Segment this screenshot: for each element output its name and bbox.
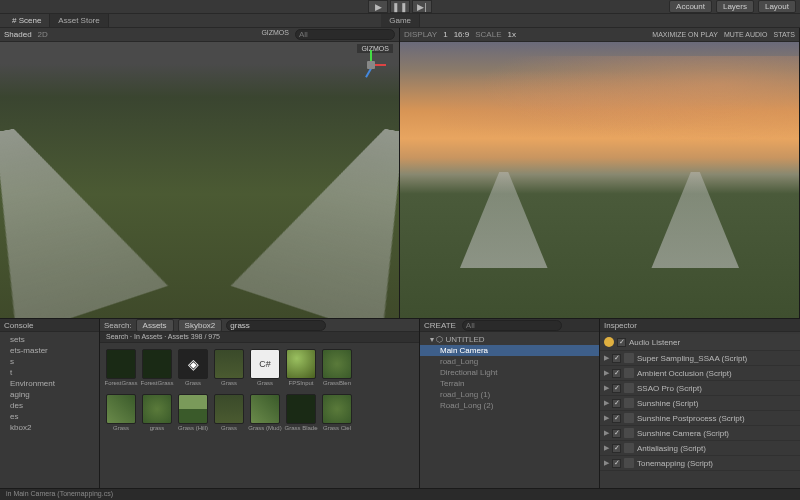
- expand-arrow-icon[interactable]: ▶: [604, 399, 609, 407]
- layers-dropdown[interactable]: Layers: [716, 0, 754, 13]
- asset-item[interactable]: Grass: [212, 349, 246, 386]
- tree-item[interactable]: ets-master: [0, 345, 99, 356]
- maximize-toggle[interactable]: MAXIMIZE ON PLAY: [652, 31, 718, 38]
- asset-item[interactable]: ForestGrass: [104, 349, 138, 386]
- hierarchy-item[interactable]: Main Camera: [420, 345, 599, 356]
- create-dropdown[interactable]: CREATE: [424, 321, 456, 330]
- asset-item[interactable]: ForestGrass: [140, 349, 174, 386]
- asset-item[interactable]: FPSInput: [284, 349, 318, 386]
- tree-item[interactable]: des: [0, 400, 99, 411]
- asset-thumbnail: [322, 349, 352, 379]
- stats-toggle[interactable]: STATS: [773, 31, 795, 38]
- scene-viewport[interactable]: GIZMOS: [0, 42, 399, 318]
- inspector-tab[interactable]: Inspector: [600, 319, 800, 332]
- asset-thumbnail: [214, 349, 244, 379]
- component-row[interactable]: ▶✓Super Sampling_SSAA (Script): [600, 351, 800, 366]
- mute-toggle[interactable]: MUTE AUDIO: [724, 31, 768, 38]
- component-row[interactable]: ▶✓Ambient Occlusion (Script): [600, 366, 800, 381]
- asset-item[interactable]: Grass (Mud): [248, 394, 282, 431]
- component-row[interactable]: ▶✓SSAO Pro (Script): [600, 381, 800, 396]
- audio-enable-checkbox[interactable]: ✓: [617, 338, 626, 347]
- asset-item[interactable]: Grass (Hill): [176, 394, 210, 431]
- tree-item[interactable]: s: [0, 356, 99, 367]
- display-dropdown[interactable]: 1: [443, 30, 447, 39]
- orientation-gizmo[interactable]: [354, 48, 389, 83]
- expand-arrow-icon[interactable]: ▶: [604, 414, 609, 422]
- tree-item[interactable]: t: [0, 367, 99, 378]
- aspect-dropdown[interactable]: 16:9: [454, 30, 470, 39]
- expand-arrow-icon[interactable]: ▶: [604, 459, 609, 467]
- scene-road-left: [0, 121, 168, 318]
- scene-root[interactable]: ▾ ⬡ UNTITLED: [420, 334, 599, 345]
- asset-item[interactable]: grass: [140, 394, 174, 431]
- tree-item[interactable]: kbox2: [0, 422, 99, 433]
- audio-listener-component[interactable]: ✓ Audio Listener: [600, 334, 800, 351]
- asset-item[interactable]: Grass: [104, 394, 138, 431]
- filter-assets-button[interactable]: Assets: [136, 319, 174, 332]
- tab-scene[interactable]: # Scene: [4, 14, 50, 27]
- project-breadcrumb: Search · In Assets · Assets 398 / 975: [100, 332, 419, 343]
- component-enable-checkbox[interactable]: ✓: [612, 429, 621, 438]
- component-label: Ambient Occlusion (Script): [637, 369, 732, 378]
- account-dropdown[interactable]: Account: [669, 0, 712, 13]
- hierarchy-item[interactable]: Directional Light: [420, 367, 599, 378]
- tree-item[interactable]: sets: [0, 334, 99, 345]
- hierarchy-item[interactable]: road_Long (1): [420, 389, 599, 400]
- left-panel: Console setsets-masterstEnvironmentaging…: [0, 319, 100, 500]
- scene-search-input[interactable]: [295, 29, 395, 40]
- component-enable-checkbox[interactable]: ✓: [612, 354, 621, 363]
- asset-label: grass: [150, 425, 165, 431]
- inspector-body: ✓ Audio Listener ▶✓Super Sampling_SSAA (…: [600, 332, 800, 500]
- expand-arrow-icon[interactable]: ▶: [604, 384, 609, 392]
- tab-asset-store[interactable]: Asset Store: [50, 14, 108, 27]
- tree-item[interactable]: Environment: [0, 378, 99, 389]
- component-enable-checkbox[interactable]: ✓: [612, 369, 621, 378]
- asset-item[interactable]: Grass: [212, 394, 246, 431]
- component-row[interactable]: ▶✓Sunshine (Script): [600, 396, 800, 411]
- asset-item[interactable]: C#Grass: [248, 349, 282, 386]
- asset-item[interactable]: Grass Ciel: [320, 394, 354, 431]
- expand-arrow-icon[interactable]: ▶: [604, 354, 609, 362]
- project-search-input[interactable]: [226, 320, 326, 331]
- hierarchy-item[interactable]: road_Long: [420, 356, 599, 367]
- component-row[interactable]: ▶✓Antialiasing (Script): [600, 441, 800, 456]
- game-viewport[interactable]: [400, 42, 799, 318]
- step-button[interactable]: ▶|: [412, 0, 432, 13]
- component-enable-checkbox[interactable]: ✓: [612, 399, 621, 408]
- component-row[interactable]: ▶✓Sunshine Postprocess (Script): [600, 411, 800, 426]
- component-enable-checkbox[interactable]: ✓: [612, 384, 621, 393]
- hierarchy-search-input[interactable]: [462, 320, 562, 331]
- asset-item[interactable]: GrassBlen: [320, 349, 354, 386]
- play-button[interactable]: ▶: [368, 0, 388, 13]
- script-icon: [624, 383, 634, 393]
- expand-arrow-icon[interactable]: ▶: [604, 429, 609, 437]
- gizmos-dropdown[interactable]: GIZMOS: [261, 29, 289, 40]
- tree-item[interactable]: es: [0, 411, 99, 422]
- hierarchy-header: CREATE: [420, 319, 599, 332]
- component-row[interactable]: ▶✓Sunshine Camera (Script): [600, 426, 800, 441]
- scale-value[interactable]: 1x: [507, 30, 515, 39]
- hierarchy-item[interactable]: Road_Long (2): [420, 400, 599, 411]
- viewport-row: Shaded 2D GIZMOS GIZMOS DISPLAY 1: [0, 28, 800, 318]
- asset-label: Grass Blade: [284, 425, 317, 431]
- component-enable-checkbox[interactable]: ✓: [612, 444, 621, 453]
- tab-game[interactable]: Game: [381, 14, 420, 27]
- tree-item[interactable]: aging: [0, 389, 99, 400]
- console-tab[interactable]: Console: [0, 319, 99, 332]
- expand-arrow-icon[interactable]: ▶: [604, 369, 609, 377]
- component-enable-checkbox[interactable]: ✓: [612, 414, 621, 423]
- asset-item[interactable]: Grass Blade: [284, 394, 318, 431]
- render-mode-dropdown[interactable]: Shaded: [4, 30, 32, 39]
- script-icon: [624, 458, 634, 468]
- component-row[interactable]: ▶✓Tonemapping (Script): [600, 456, 800, 471]
- component-label: Sunshine (Script): [637, 399, 698, 408]
- component-enable-checkbox[interactable]: ✓: [612, 459, 621, 468]
- pause-button[interactable]: ❚❚: [390, 0, 410, 13]
- layout-dropdown[interactable]: Layout: [758, 0, 796, 13]
- asset-thumbnail: [322, 394, 352, 424]
- expand-arrow-icon[interactable]: ▶: [604, 444, 609, 452]
- mode-2d-toggle[interactable]: 2D: [38, 30, 48, 39]
- asset-item[interactable]: ◈Grass: [176, 349, 210, 386]
- filter-skybox-button[interactable]: Skybox2: [178, 319, 223, 332]
- hierarchy-item[interactable]: Terrain: [420, 378, 599, 389]
